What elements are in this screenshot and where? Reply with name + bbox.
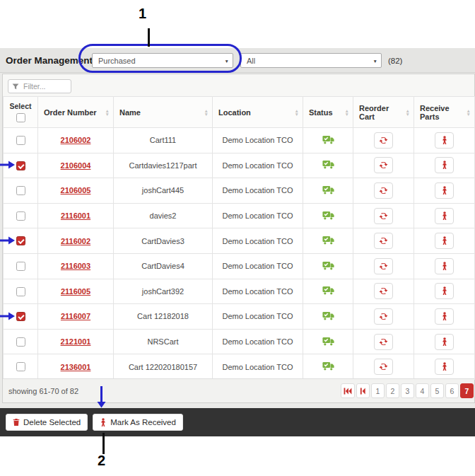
- column-header-status[interactable]: Status ▲▼: [303, 97, 353, 128]
- person-icon: [441, 362, 448, 371]
- reorder-cart-cell: [353, 354, 414, 380]
- truck-check-icon: [322, 211, 334, 220]
- row-checkbox[interactable]: [16, 211, 25, 221]
- receive-parts-cell: [414, 128, 475, 153]
- page-title: Order Management: [6, 48, 93, 73]
- annotation-label-2: 2: [98, 453, 105, 469]
- location-cell: Demo Location TCO: [213, 153, 303, 178]
- page-button-2[interactable]: 2: [386, 383, 399, 398]
- funnel-icon: [12, 83, 19, 91]
- status-filter-value: Purchased: [98, 57, 136, 65]
- receive-parts-button[interactable]: [435, 233, 454, 249]
- reorder-cart-cell: [353, 178, 414, 204]
- column-header-location[interactable]: Location ▲▼: [213, 97, 303, 128]
- row-checkbox[interactable]: [16, 262, 25, 271]
- reorder-cart-button[interactable]: [374, 258, 393, 274]
- sort-arrows-icon: ▲▼: [105, 109, 110, 116]
- column-header-reorder-cart[interactable]: Reorder Cart ▲▼: [353, 97, 414, 128]
- order-number-link[interactable]: 2116003: [61, 262, 90, 270]
- sync-icon: [379, 337, 388, 347]
- receive-parts-button[interactable]: [435, 182, 454, 199]
- pagination: 1234567: [341, 383, 474, 398]
- reorder-cart-button[interactable]: [374, 308, 393, 325]
- sort-arrows-icon: ▲▼: [406, 109, 410, 116]
- reorder-cart-button[interactable]: [374, 182, 393, 199]
- order-number-cell: 2116007: [38, 304, 114, 330]
- first-page-button[interactable]: [341, 383, 355, 398]
- receive-parts-button[interactable]: [435, 132, 454, 149]
- receive-parts-button[interactable]: [435, 359, 454, 375]
- reorder-cart-button[interactable]: [374, 233, 393, 249]
- prev-page-icon: [360, 388, 366, 395]
- order-number-link[interactable]: 2106002: [61, 136, 91, 144]
- column-header-name[interactable]: Name ▲▼: [114, 97, 213, 128]
- reorder-cart-button[interactable]: [374, 157, 393, 173]
- row-checkbox[interactable]: [16, 136, 25, 145]
- row-checkbox[interactable]: [16, 186, 25, 195]
- row-checkbox[interactable]: [16, 287, 25, 296]
- status-cell: [303, 178, 353, 204]
- order-number-cell: 2106005: [38, 178, 114, 204]
- status-cell: [303, 279, 353, 304]
- page-button-4[interactable]: 4: [416, 383, 429, 398]
- reorder-cart-button[interactable]: [374, 334, 393, 350]
- sync-icon: [379, 286, 388, 296]
- order-number-link[interactable]: 2116002: [61, 237, 90, 245]
- page-button-1[interactable]: 1: [371, 383, 385, 398]
- status-cell: [303, 228, 353, 254]
- reorder-cart-button[interactable]: [374, 208, 393, 224]
- order-number-link[interactable]: 2121001: [61, 337, 91, 346]
- column-label: Order Number: [44, 108, 97, 117]
- column-header-order-number[interactable]: Order Number ▲▼: [38, 97, 114, 128]
- receive-parts-button[interactable]: [435, 308, 454, 325]
- receive-parts-button[interactable]: [435, 283, 454, 299]
- action-bar: Delete Selected Mark As Received: [0, 408, 475, 436]
- receive-parts-button[interactable]: [435, 334, 454, 350]
- page-button-6[interactable]: 6: [445, 383, 459, 398]
- receive-parts-button[interactable]: [435, 157, 454, 173]
- row-checkbox[interactable]: [16, 161, 25, 170]
- receive-parts-button[interactable]: [435, 258, 454, 274]
- reorder-cart-button[interactable]: [374, 132, 393, 149]
- status-filter-select[interactable]: Purchased ▼: [92, 53, 233, 68]
- page-button-3[interactable]: 3: [401, 383, 414, 398]
- status-cell: [303, 153, 353, 178]
- delete-selected-button[interactable]: Delete Selected: [6, 414, 88, 431]
- row-checkbox[interactable]: [16, 362, 25, 371]
- order-number-link[interactable]: 2116007: [61, 312, 90, 320]
- order-number-link[interactable]: 2136001: [61, 363, 91, 371]
- type-filter-select[interactable]: All ▼: [240, 53, 382, 68]
- page-button-5[interactable]: 5: [430, 383, 444, 398]
- truck-check-icon: [322, 185, 334, 195]
- filter-input-box[interactable]: [8, 79, 71, 93]
- row-checkbox[interactable]: [16, 312, 25, 321]
- cart-name-cell: davies2: [114, 203, 213, 228]
- annotation-arrow-mark-received: [95, 386, 107, 408]
- column-header-receive-parts[interactable]: Receive Parts ▲▼: [414, 97, 475, 128]
- order-number-link[interactable]: 2116001: [61, 211, 90, 220]
- select-all-checkbox[interactable]: [16, 113, 25, 122]
- person-icon: [441, 211, 448, 221]
- order-number-link[interactable]: 2106004: [61, 161, 91, 170]
- order-number-cell: 2116001: [38, 203, 114, 228]
- header-bar: Order Management Purchased ▼ All ▼ (82): [0, 48, 475, 73]
- chevron-down-icon: ▼: [373, 59, 377, 64]
- table-row: 2116002CartDavies3Demo Location TCO: [4, 228, 475, 254]
- filter-input[interactable]: [22, 81, 67, 91]
- cart-name-cell: Cart111: [114, 128, 213, 153]
- order-number-link[interactable]: 2116005: [61, 287, 90, 296]
- order-number-link[interactable]: 2106005: [61, 186, 91, 195]
- row-checkbox[interactable]: [16, 236, 25, 245]
- result-count: (82): [388, 48, 402, 73]
- receive-parts-button[interactable]: [435, 208, 454, 224]
- truck-check-icon: [322, 361, 334, 371]
- reorder-cart-button[interactable]: [374, 359, 393, 375]
- receive-parts-cell: [414, 354, 475, 380]
- row-checkbox[interactable]: [16, 337, 25, 347]
- prev-page-button[interactable]: [356, 383, 370, 398]
- page-button-7[interactable]: 7: [460, 383, 474, 398]
- reorder-cart-button[interactable]: [374, 283, 393, 299]
- mark-as-received-button[interactable]: Mark As Received: [93, 414, 183, 431]
- orders-panel: Select Order Number ▲▼ Name ▲▼ Location …: [2, 74, 475, 403]
- location-cell: Demo Location TCO: [213, 279, 303, 304]
